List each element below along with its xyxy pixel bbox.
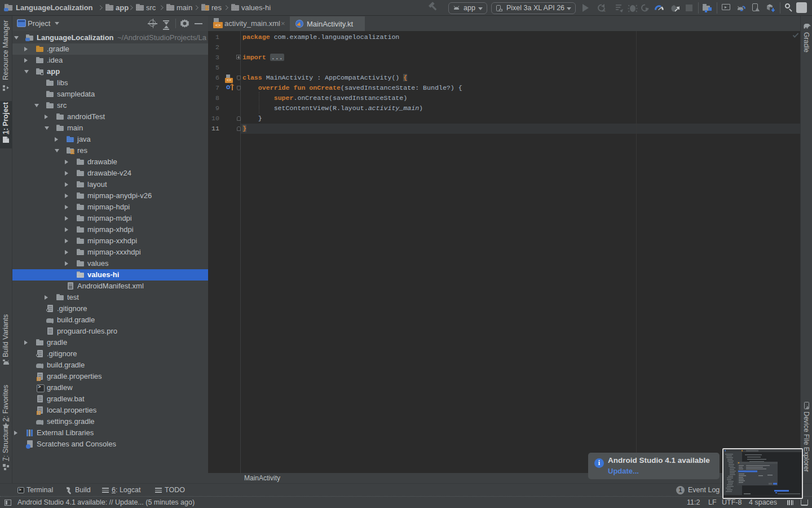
svg-text:A: A [602, 8, 606, 13]
